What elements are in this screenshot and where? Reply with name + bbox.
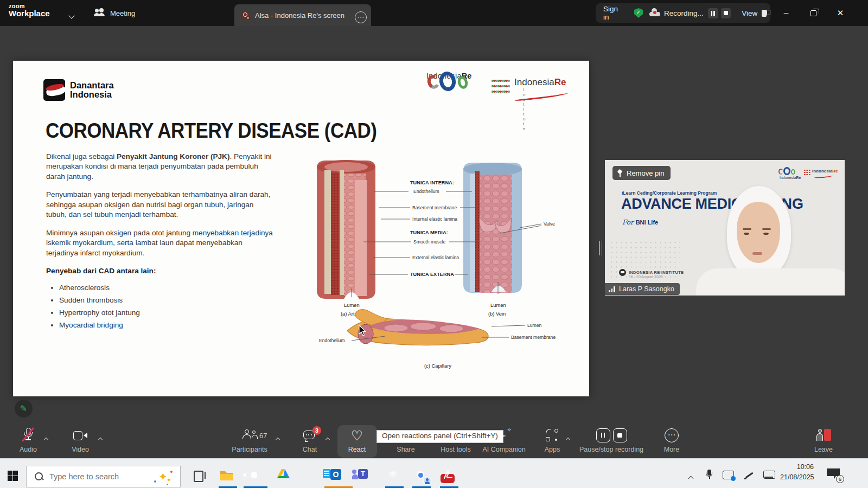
pause-recording-icon[interactable] <box>708 8 718 18</box>
tray-pen-icon[interactable] <box>744 471 755 480</box>
maximize-icon <box>810 10 816 16</box>
camera-icon <box>73 431 87 440</box>
apps-button[interactable]: Apps <box>526 427 578 453</box>
google-drive-icon[interactable] <box>276 467 292 484</box>
outlook-icon[interactable]: O <box>330 467 347 484</box>
taskbar-clock[interactable]: 10:06 21/08/2025 <box>780 462 814 483</box>
slide-body-text: Dikenal juga sebagai Penyakit Jantung Ko… <box>46 152 274 333</box>
video-indonesiare-wordmark: IndonesiaRe <box>780 176 801 179</box>
zoom-app-icon[interactable] <box>248 467 264 484</box>
label-lumen-vein: Lumen <box>490 302 506 308</box>
sign-in-link[interactable]: Sign in <box>603 5 626 21</box>
chrome-icon[interactable] <box>413 467 429 484</box>
paragraph-2: Penyumbatan yang terjadi menyebabkan ter… <box>46 190 274 220</box>
task-view-button[interactable] <box>193 470 206 481</box>
stop-recording-toolbar-icon[interactable] <box>613 428 627 442</box>
p1-bold: Penyakit Jantung Koroner (PJK) <box>117 152 229 160</box>
screen-share-icon <box>241 11 250 20</box>
participants-button[interactable]: Participants <box>224 427 276 453</box>
participant-brow <box>743 228 751 230</box>
more-label: More <box>664 446 679 453</box>
chevron-down-icon[interactable] <box>69 10 74 20</box>
stop-recording-icon[interactable] <box>721 8 731 18</box>
leave-button[interactable]: Leave <box>797 427 850 453</box>
outlook-o: O <box>330 469 341 480</box>
institute-sub: I n s t i t u t e <box>523 87 526 131</box>
paragraph-1: Dikenal juga sebagai Penyakit Jantung Ko… <box>46 152 274 182</box>
host-tools-label: Host tools <box>441 446 471 453</box>
notification-count-badge: 6 <box>836 475 844 483</box>
close-button[interactable]: ✕ <box>828 0 853 26</box>
react-button[interactable]: ♡ React <box>331 427 383 453</box>
remove-pin-button[interactable]: Remove pin <box>612 166 671 180</box>
view-layout-icon[interactable] <box>762 10 770 17</box>
annotate-button[interactable]: ✎ <box>15 400 33 418</box>
tray-hidden-icons-chevron[interactable] <box>689 473 693 483</box>
ai-companion-label: AI Companion <box>482 446 525 453</box>
label-external-elastic: External elastic lamina <box>412 255 459 260</box>
mouse-cursor <box>359 325 367 337</box>
client-name: BNI Life <box>636 219 659 226</box>
chat-badge: 3 <box>312 426 321 435</box>
slide-title: CORONARY ARTERY DISEASE (CAD) <box>46 118 376 143</box>
label-tunica-interna: TUNICA INTERNA: <box>410 180 454 185</box>
edge-icon[interactable] <box>386 467 402 484</box>
copilot-star-small: ✦ <box>167 477 171 484</box>
taskbar-search[interactable]: ✦ ✦ <box>26 466 181 487</box>
tab-shared-screen[interactable]: Alsa - Indonesia Re's screen ⋯ <box>234 4 371 26</box>
list-item: Myocardial bridging <box>59 320 274 330</box>
tray-touchpad-icon[interactable] <box>763 471 775 479</box>
danantara-line2: Indonesia <box>70 90 114 99</box>
for-script: For <box>622 219 634 226</box>
pause-recording-toolbar-icon[interactable] <box>596 428 610 442</box>
tab-options-icon[interactable]: ⋯ <box>355 11 367 23</box>
danantara-line1: Danantara <box>70 81 114 90</box>
record-control-button[interactable]: Pause/stop recording <box>575 427 648 453</box>
video-program-label: iLearn Ceding/Corporate Learning Program <box>622 190 717 196</box>
label-tunica-media: TUNICA MEDIA: <box>410 230 448 235</box>
more-button[interactable]: ⋯ More <box>646 427 698 453</box>
chat-options-chevron[interactable] <box>326 434 329 444</box>
participants-label: Participants <box>232 446 267 453</box>
titlebar-status-pill: Sign in ✓ Recording... View <box>596 3 770 23</box>
video-options-chevron[interactable] <box>99 434 102 444</box>
v-logo-bold: Re <box>796 176 801 179</box>
maximize-button[interactable] <box>801 0 826 26</box>
search-input[interactable] <box>49 472 142 481</box>
connection-bars-icon <box>609 286 616 292</box>
minimize-button[interactable]: ─ <box>774 0 799 26</box>
danantara-logo: Danantara Indonesia <box>43 79 114 101</box>
apps-options-chevron[interactable] <box>566 434 570 444</box>
teams-t: T <box>358 469 368 479</box>
chat-icon: 3 <box>303 429 316 441</box>
start-button[interactable] <box>8 471 18 481</box>
recording-status-label: Recording... <box>664 9 704 17</box>
tray-microphone-icon[interactable] <box>706 470 713 480</box>
audio-options-chevron[interactable] <box>44 434 48 444</box>
institute-bold: Re <box>554 77 566 87</box>
video-client-label: ForBNI Life <box>622 219 658 226</box>
video-institute-wordmark: IndonesiaRe <box>812 169 838 174</box>
institute-swoosh <box>514 92 569 101</box>
teams-icon[interactable]: T <box>358 467 374 484</box>
caption-vein: (b) Vein <box>488 311 506 317</box>
react-label: React <box>348 446 366 453</box>
tab-meeting[interactable]: Meeting <box>93 0 135 26</box>
label-endothelium: Endothelium <box>413 189 439 194</box>
tray-display-icon[interactable] <box>723 471 734 479</box>
participants-options-chevron[interactable] <box>276 434 279 444</box>
label-basement-membrane: Basement membrane <box>412 205 457 210</box>
view-button[interactable]: View <box>742 9 757 17</box>
acrobat-icon[interactable] <box>441 467 457 484</box>
video-institute-swoosh <box>814 175 833 178</box>
firefox-icon[interactable] <box>303 467 320 484</box>
file-explorer-icon[interactable] <box>219 467 235 484</box>
zoom-workplace-logo: zoom Workplace <box>9 3 50 18</box>
participant-eye <box>763 233 769 235</box>
participants-count: 67 <box>259 432 267 440</box>
pinned-video-tile[interactable]: IndonesiaRe IndonesiaRe iLearn Ceding/Co… <box>605 160 845 296</box>
react-tooltip: Open reactions panel (Ctrl+Shift+Y) <box>376 430 503 443</box>
microphone-muted-icon <box>22 428 34 443</box>
video-institute-dots-icon <box>803 169 810 175</box>
panel-resize-handle[interactable] <box>599 241 603 255</box>
